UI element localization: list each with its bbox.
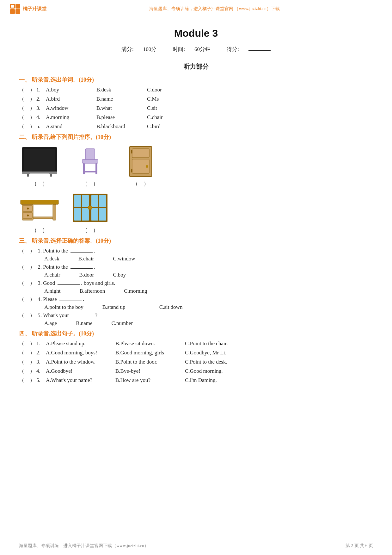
part2-title: 二、 听录音,给下列图片排序。(10分) [19, 133, 392, 141]
desk-image [19, 190, 60, 225]
svg-rect-8 [30, 173, 49, 174]
svg-rect-38 [88, 206, 92, 209]
svg-rect-20 [131, 150, 132, 153]
part1-title: 一、 听录音,选出单词。(10分) [19, 76, 392, 84]
svg-rect-11 [85, 149, 95, 160]
svg-rect-23 [21, 200, 58, 204]
logo: 橘子汁课堂 [9, 3, 46, 15]
score-label: 得分: [227, 46, 239, 52]
part3-title: 三、 听录音,选择正确的答案。(10分) [19, 237, 392, 245]
image-paren: （ ） [32, 227, 48, 234]
table-row: （ ） 3. A.Point to the window. B.Point to… [19, 358, 373, 365]
image-paren: （ ） [133, 180, 149, 187]
list-item: （ ） [70, 144, 111, 187]
svg-rect-12 [82, 159, 98, 163]
part4-content: （ ） 1. A.Please stand up. B.Please sit d… [0, 340, 392, 384]
q-num: 4. [36, 114, 46, 121]
svg-rect-14 [95, 163, 97, 174]
table-row: （ ） 5. What's your ? [19, 312, 373, 319]
footer-right: 第 2 页 共 6 页 [346, 543, 373, 549]
logo-icon [9, 3, 21, 15]
options-row: A.chair B.door C.boy [44, 272, 373, 278]
image-paren: （ ） [82, 180, 98, 187]
part4-title: 四、 听录音,选出句子。(10分) [19, 330, 392, 337]
table-row: （ ） 3. Good . boys and girls. [19, 279, 373, 287]
table-row: （ ） 1. A.Please stand up. B.Please sit d… [19, 340, 373, 347]
table-row: （ ） 1. Point to the . [19, 247, 373, 254]
options-row: A.night B.afternoon C.morning [44, 288, 373, 294]
table-row: （ ） 5. A.What's your name? B.How are you… [19, 377, 373, 384]
options-row: A.age B.name C.number [44, 320, 373, 327]
answer-blank [59, 301, 82, 301]
page-header: 橘子汁课堂 海量题库、专项训练，进入橘子汁课堂官网 （www.juzizhi.c… [0, 0, 392, 18]
score-line: 满分:100分 时间:60分钟 得分: [0, 46, 392, 53]
q-num: 5. [36, 123, 46, 130]
part3-content: （ ） 1. Point to the . A.desk B.chair C.w… [0, 247, 392, 327]
window-svg [71, 192, 109, 224]
table-row: （ ） 3. A.window B.what C.sit [19, 104, 373, 112]
table-row: （ ） 4. Please . [19, 296, 373, 303]
image-paren: （ ） [32, 180, 48, 187]
list-item: （ ） [19, 144, 60, 187]
svg-rect-2 [10, 9, 15, 14]
answer-blank [70, 268, 93, 269]
svg-point-26 [27, 208, 29, 209]
window-image [70, 190, 111, 225]
options-row: A.desk B.chair C.window [44, 256, 373, 262]
chair-svg [76, 146, 104, 177]
list-item: （ ） [120, 144, 161, 187]
footer-left: 海量题库、专项训练，进入橘子汁课堂官网下载（www.juzizhi.cn） [19, 543, 149, 549]
score-blank [248, 50, 271, 51]
main-title: Module 3 [0, 28, 392, 39]
svg-rect-35 [81, 195, 82, 221]
svg-rect-15 [83, 171, 97, 172]
chair-image [70, 144, 111, 179]
svg-rect-10 [50, 174, 52, 177]
options-row: A.point to the boy B.stand up C.sit down [44, 304, 373, 310]
logo-text: 橘子汁课堂 [23, 6, 46, 12]
image-paren: （ ） [82, 227, 98, 234]
table-row: （ ） 5. A.stand B.blackboard C.bird [19, 123, 373, 130]
image-row-2: （ ） [19, 190, 373, 234]
table-row: （ ） 4. A.Goodbye! B.Bye-bye! C.Good morn… [19, 367, 373, 375]
table-row: （ ） 2. A.bird B.name C.Ms [19, 95, 373, 103]
q-num: 2. [36, 96, 46, 102]
part1-content: （ ） 1. A.boy B.desk C.door （ ） 2. A.bird… [0, 86, 392, 130]
table-row: （ ） 4. A.morning B.please C.chair [19, 114, 373, 121]
svg-rect-21 [131, 169, 132, 172]
blackboard-svg [21, 146, 58, 177]
time-value: 60分钟 [194, 46, 211, 52]
table-row: （ ） 2. Point to the . [19, 263, 373, 271]
part2-images: （ ） （ ） [19, 144, 373, 234]
door-image [120, 144, 161, 179]
svg-rect-3 [15, 9, 20, 14]
svg-rect-17 [132, 149, 149, 158]
svg-rect-37 [98, 195, 99, 221]
svg-point-19 [146, 165, 148, 168]
door-svg [126, 145, 155, 178]
svg-rect-29 [53, 204, 56, 220]
svg-rect-4 [11, 5, 14, 8]
blackboard-image [19, 144, 60, 179]
answer-blank [71, 317, 94, 317]
q-num: 3. [36, 105, 46, 111]
time-label: 时间: [173, 46, 185, 52]
list-item: （ ） [70, 190, 111, 234]
full-score-label: 满分: [121, 46, 134, 52]
image-row-1: （ ） （ ） [19, 144, 373, 187]
svg-rect-6 [24, 149, 55, 171]
svg-point-28 [27, 215, 29, 216]
answer-blank [58, 284, 80, 285]
header-center-text: 海量题库、专项训练，进入橘子汁课堂官网 （www.juzizhi.cn）下载 [46, 6, 383, 12]
table-row: （ ） 2. A.Good morning, boys! B.Good morn… [19, 349, 373, 356]
table-row: （ ） 1. A.boy B.desk C.door [19, 86, 373, 93]
q-num: 1. [36, 87, 46, 93]
section-header: 听力部分 [0, 62, 392, 71]
svg-rect-13 [83, 163, 85, 174]
svg-rect-30 [33, 217, 53, 219]
page-footer: 海量题库、专项训练，进入橘子汁课堂官网下载（www.juzizhi.cn） 第 … [0, 543, 392, 549]
svg-rect-9 [27, 174, 29, 177]
list-item: （ ） [19, 190, 60, 234]
full-score-value: 100分 [143, 46, 157, 52]
answer-blank [70, 252, 93, 253]
